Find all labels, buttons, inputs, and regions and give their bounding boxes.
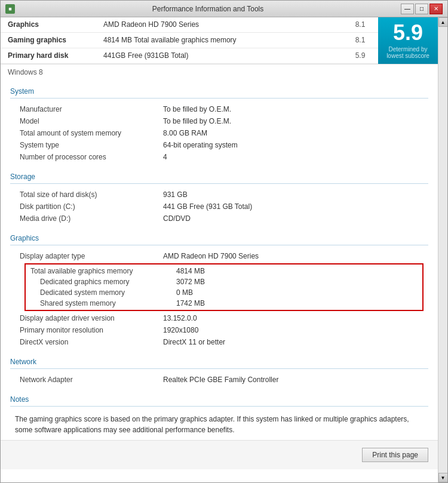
graphics-row-label: Display adapter type [10,250,154,262]
score-section: Graphics AMD Radeon HD 7900 Series 8.1 G… [1,17,438,64]
storage-section: Storage Total size of hard disk(s) 931 G… [1,165,438,227]
score-row-value: AMD Radeon HD 7900 Series [96,17,342,32]
graphics-row-value: 1920x1080 [154,324,428,336]
graphics-row: Display adapter driver version 13.152.0.… [10,312,428,324]
app-icon: ■ [5,4,15,14]
system-row-label: Number of processor cores [10,151,154,163]
score-row: Gaming graphics 4814 MB Total available … [1,32,378,48]
window-controls: — □ ✕ [401,4,443,14]
footer-bar: Print this page [1,440,438,469]
notes-header: Notes [10,395,428,404]
graphics-divider [10,245,428,245]
system-row: Total amount of system memory 8.00 GB RA… [10,127,428,139]
graphics-table-after: Display adapter driver version 13.152.0.… [10,312,428,348]
memory-row: Dedicated system memory 0 MB [26,287,422,298]
system-row-value: To be filled by O.E.M. [154,103,428,115]
titlebar: ■ Performance Information and Tools — □ … [1,1,447,17]
system-row-label: Model [10,115,154,127]
network-header: Network [10,358,428,366]
system-row-label: System type [10,139,154,151]
memory-row-value: 3072 MB [169,276,422,287]
memory-row: Dedicated graphics memory 3072 MB [26,276,422,287]
score-panel: 5.9 Determined by lowest subscore [378,17,438,64]
close-button[interactable]: ✕ [429,4,443,14]
scrollbar[interactable]: ▲ ▼ [438,17,447,482]
network-row: Network Adapter Realtek PCIe GBE Family … [10,374,428,386]
scroll-track[interactable] [438,27,447,473]
graphics-section: Graphics Display adapter type AMD Radeon… [1,227,438,350]
system-row-value: 8.00 GB RAM [154,127,428,139]
storage-row-value: 931 GB [154,189,428,201]
maximize-button[interactable]: □ [415,4,428,14]
score-row-label: Graphics [1,17,96,32]
score-row: Primary hard disk 441GB Free (931GB Tota… [1,48,378,63]
graphics-row: DirectX version DirectX 11 or better [10,336,428,348]
storage-row-label: Total size of hard disk(s) [10,189,154,201]
notes-text: The gaming graphics score is based on th… [10,411,428,438]
content-area: Graphics AMD Radeon HD 7900 Series 8.1 G… [1,17,447,482]
network-row-value: Realtek PCIe GBE Family Controller [154,374,428,386]
storage-row-value: CD/DVD [154,213,428,224]
storage-header: Storage [10,173,428,181]
graphics-row-value: DirectX 11 or better [154,336,428,348]
network-section: Network Network Adapter Realtek PCIe GBE… [1,350,438,388]
system-row: Manufacturer To be filled by O.E.M. [10,103,428,115]
system-row-value: 4 [154,151,428,163]
memory-row-value: 4814 MB [169,266,422,276]
memory-row-label: Dedicated system memory [26,287,169,298]
graphics-row-label: DirectX version [10,336,154,348]
system-section: System Manufacturer To be filled by O.E.… [1,80,438,165]
memory-row-label: Total available graphics memory [26,266,169,276]
memory-row: Shared system memory 1742 MB [26,298,422,309]
score-row-value: 441GB Free (931GB Total) [96,48,342,63]
system-row-label: Manufacturer [10,103,154,115]
system-header: System [10,87,428,96]
network-table: Network Adapter Realtek PCIe GBE Family … [10,374,428,386]
main-content: Graphics AMD Radeon HD 7900 Series 8.1 G… [1,17,438,482]
network-row-label: Network Adapter [10,374,154,386]
main-window: ■ Performance Information and Tools — □ … [0,0,448,483]
system-row: Model To be filled by O.E.M. [10,115,428,127]
score-sublabel: Determined by lowest subscore [383,46,433,59]
score-row: Graphics AMD Radeon HD 7900 Series 8.1 [1,17,378,32]
score-table: Graphics AMD Radeon HD 7900 Series 8.1 G… [1,17,378,64]
memory-row-value: 1742 MB [169,298,422,309]
system-row-value: 64-bit operating system [154,139,428,151]
system-row: System type 64-bit operating system [10,139,428,151]
print-button[interactable]: Print this page [362,448,428,462]
system-row-value: To be filled by O.E.M. [154,115,428,127]
score-row-label: Primary hard disk [1,48,96,63]
memory-row: Total available graphics memory 4814 MB [26,266,422,276]
scroll-up-arrow[interactable]: ▲ [438,17,448,27]
notes-section: Notes The gaming graphics score is based… [1,388,438,440]
score-row-score: 5.9 [342,48,378,63]
network-divider [10,368,428,369]
graphics-row: Primary monitor resolution 1920x1080 [10,324,428,336]
windows-badge: Windows 8 [1,64,438,80]
notes-divider [10,406,428,407]
storage-table: Total size of hard disk(s) 931 GB Disk p… [10,189,428,224]
minimize-button[interactable]: — [401,4,414,14]
storage-row: Media drive (D:) CD/DVD [10,213,428,224]
scroll-down-arrow[interactable]: ▼ [438,473,448,482]
storage-row-label: Media drive (D:) [10,213,154,224]
graphics-header: Graphics [10,234,428,242]
system-table: Manufacturer To be filled by O.E.M. Mode… [10,103,428,163]
score-row-score: 8.1 [342,17,378,32]
memory-box: Total available graphics memory 4814 MB … [24,263,424,311]
storage-row-label: Disk partition (C:) [10,201,154,213]
score-row-value: 4814 MB Total available graphics memory [96,32,342,48]
memory-row-label: Dedicated graphics memory [26,276,169,287]
system-row: Number of processor cores 4 [10,151,428,163]
memory-row-label: Shared system memory [26,298,169,309]
storage-row-value: 441 GB Free (931 GB Total) [154,201,428,213]
graphics-row-value: AMD Radeon HD 7900 Series [154,250,428,262]
memory-row-value: 0 MB [169,287,422,298]
score-row-label: Gaming graphics [1,32,96,48]
window-title: Performance Information and Tools [15,5,401,13]
graphics-row: Display adapter type AMD Radeon HD 7900 … [10,250,428,262]
graphics-row-label: Primary monitor resolution [10,324,154,336]
system-row-label: Total amount of system memory [10,127,154,139]
graphics-row-label: Display adapter driver version [10,312,154,324]
graphics-row-value: 13.152.0.0 [154,312,428,324]
